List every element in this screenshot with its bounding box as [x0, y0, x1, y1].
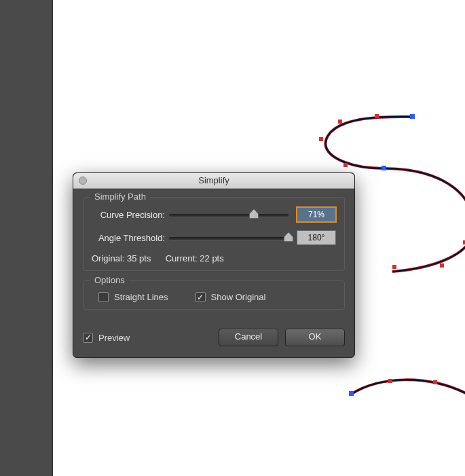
show-original-checkbox[interactable]: ✓ Show Original: [196, 292, 266, 302]
curve-precision-slider[interactable]: [169, 210, 289, 219]
preview-label: Preview: [98, 333, 130, 343]
checkbox-icon: ✓: [196, 292, 206, 302]
curve-precision-label: Curve Precision:: [92, 210, 165, 220]
angle-threshold-slider[interactable]: [169, 233, 289, 242]
curve-precision-input[interactable]: 71%: [297, 207, 336, 222]
svg-rect-7: [440, 263, 444, 268]
checkbox-icon: [98, 292, 109, 302]
straight-lines-label: Straight Lines: [114, 292, 168, 302]
svg-rect-1: [375, 114, 379, 118]
straight-lines-checkbox[interactable]: Straight Lines: [98, 292, 168, 302]
points-stats: Original: 35 pts Current: 22 pts: [92, 253, 336, 263]
slider-thumb-icon[interactable]: [249, 209, 259, 219]
svg-rect-9: [349, 391, 354, 396]
svg-rect-11: [433, 380, 437, 384]
svg-rect-2: [338, 120, 342, 124]
svg-rect-0: [410, 114, 415, 119]
preview-checkbox[interactable]: ✓ Preview: [83, 333, 130, 343]
svg-rect-6: [392, 265, 396, 269]
svg-rect-4: [343, 163, 348, 167]
group-legend: Simplify Path: [90, 191, 150, 202]
slider-thumb-icon[interactable]: [284, 232, 293, 242]
svg-rect-10: [388, 379, 392, 383]
show-original-label: Show Original: [211, 292, 266, 302]
dialog-titlebar[interactable]: Simplify: [73, 173, 354, 189]
group-legend: Options: [90, 275, 129, 285]
dialog-title: Simplify: [198, 175, 229, 185]
cancel-button[interactable]: Cancel: [219, 329, 278, 346]
ok-button[interactable]: OK: [285, 329, 345, 346]
options-group: Options Straight Lines ✓ Show Original: [83, 280, 345, 310]
angle-threshold-label: Angle Threshold:: [92, 233, 165, 243]
svg-rect-3: [319, 137, 323, 141]
simplify-dialog: Simplify Simplify Path Curve Precision: …: [73, 172, 355, 358]
svg-rect-5: [382, 166, 386, 170]
angle-threshold-input[interactable]: 180°: [297, 230, 336, 245]
simplify-path-group: Simplify Path Curve Precision: 71% Angle…: [83, 197, 345, 271]
checkbox-icon: ✓: [83, 333, 93, 343]
close-icon[interactable]: [79, 177, 87, 185]
